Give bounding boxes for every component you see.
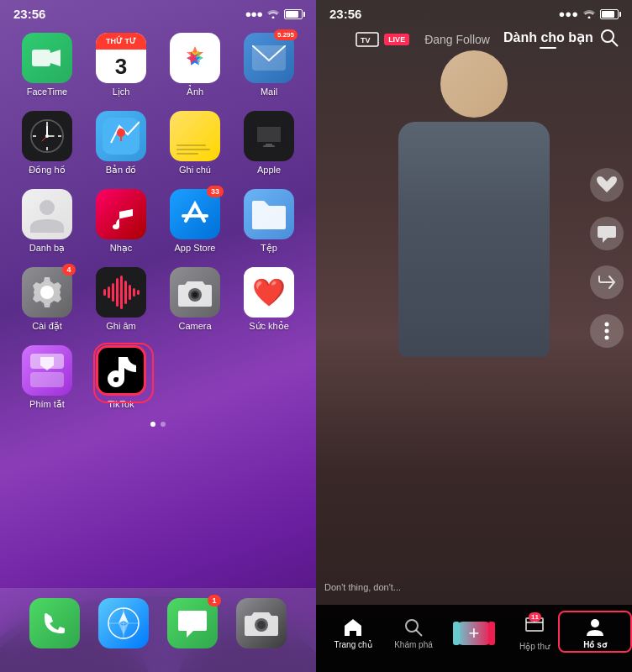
app-icon-calendar: THỨ TƯ 3 — [96, 33, 146, 83]
app-files[interactable]: Tệp — [235, 189, 303, 254]
search-button-top[interactable] — [600, 29, 619, 50]
app-icon-camera — [170, 267, 220, 318]
battery-icon — [284, 9, 303, 19]
svg-rect-26 — [30, 372, 64, 387]
app-label-shortcuts: Phím tắt — [29, 399, 65, 410]
share-button[interactable] — [590, 265, 624, 299]
app-shortcuts[interactable]: Phím tắt — [13, 345, 81, 410]
app-label-mail: Mail — [261, 87, 277, 97]
heart-icon — [590, 168, 624, 202]
tiktok-top-nav: TV LIVE Đang Follow Dành cho bạn — [316, 24, 632, 54]
dock-messages[interactable]: 1 — [167, 598, 218, 648]
app-appstore[interactable]: 33 App Store — [161, 189, 229, 254]
app-apple[interactable]: Apple — [235, 111, 303, 176]
share-icon — [590, 265, 624, 299]
messages-badge: 1 — [208, 595, 221, 606]
video-content — [316, 0, 632, 672]
app-label-apple: Apple — [257, 165, 281, 175]
health-heart-icon: ❤️ — [252, 276, 286, 308]
app-label-appstore: App Store — [175, 243, 216, 253]
nav-home[interactable]: Trang chủ — [323, 617, 383, 649]
mail-badge: 5.295 — [274, 29, 298, 40]
app-label-camera: Camera — [178, 321, 211, 331]
inbox-icon-wrapper: 11 — [524, 616, 545, 639]
dock-icon-camera — [236, 598, 287, 648]
app-icon-shortcuts — [22, 345, 72, 396]
app-icon-files — [244, 189, 294, 239]
app-label-music: Nhạc — [110, 243, 133, 254]
dot-1 — [150, 422, 155, 427]
comment-button[interactable] — [590, 217, 624, 250]
app-contacts[interactable]: Danh bạ — [13, 189, 81, 254]
page-indicator — [0, 422, 316, 427]
app-label-settings: Cài đặt — [32, 321, 62, 332]
nav-explore[interactable]: Khám phá — [383, 617, 444, 649]
home-icon — [343, 617, 363, 638]
settings-badge: 4 — [62, 264, 76, 276]
app-maps[interactable]: Bản đồ — [87, 111, 155, 176]
live-badge: LIVE — [384, 34, 409, 45]
dock-icon-phone — [29, 598, 80, 648]
wifi-icon-right — [582, 7, 596, 21]
status-bar-left: 23:56 ●●● — [0, 0, 316, 24]
live-tv-icon: TV — [355, 31, 380, 48]
svg-rect-17 — [257, 127, 281, 142]
nav-profile[interactable]: Hồ sơ — [565, 617, 625, 649]
for-you-tab[interactable]: Dành cho bạn — [503, 29, 593, 49]
profile-icon — [585, 617, 605, 638]
svg-point-34 — [257, 621, 266, 629]
like-button[interactable] — [590, 168, 624, 202]
right-phone: 23:56 ●●● TV LIVE Đang Follo — [316, 0, 632, 672]
battery-icon-right — [600, 9, 619, 19]
app-icon-tiktok — [96, 345, 146, 396]
app-music[interactable]: Nhạc — [87, 189, 155, 254]
app-calendar[interactable]: THỨ TƯ 3 Lịch — [87, 33, 155, 97]
app-icon-clock — [22, 111, 72, 161]
svg-text:TV: TV — [361, 36, 371, 45]
time-right: 23:56 — [329, 7, 361, 21]
app-icon-music — [96, 189, 146, 239]
dock-camera-item[interactable] — [236, 598, 287, 648]
app-label-voicememo: Ghi âm — [106, 321, 135, 331]
svg-point-24 — [192, 292, 198, 297]
dock-phone[interactable] — [29, 598, 80, 648]
dock-safari[interactable] — [98, 598, 149, 648]
cal-day: 3 — [96, 50, 146, 83]
app-photos[interactable]: Ảnh — [161, 33, 229, 97]
more-dots-icon — [590, 314, 624, 348]
app-clock[interactable]: Đồng hồ — [13, 111, 81, 176]
app-voicememo[interactable]: Ghi âm — [87, 267, 155, 332]
svg-point-13 — [45, 134, 49, 138]
app-tiktok[interactable]: TikTok — [87, 345, 155, 410]
svg-line-38 — [612, 40, 618, 46]
time-left: 23:56 — [13, 7, 45, 21]
nav-inbox[interactable]: 11 Hộp thư — [504, 616, 565, 651]
appstore-badge: 33 — [207, 186, 224, 197]
app-facetime[interactable]: FaceTime — [13, 33, 81, 97]
nav-create[interactable]: + — [444, 622, 504, 645]
create-plus-icon: + — [456, 622, 492, 645]
following-tab[interactable]: Đang Follow — [424, 32, 490, 47]
more-button[interactable] — [590, 314, 624, 348]
app-mail[interactable]: 5.295 Mail — [235, 33, 303, 97]
dot-2 — [161, 422, 166, 427]
wifi-icon — [266, 7, 280, 21]
app-notes[interactable]: Ghi chú — [161, 111, 229, 176]
app-icon-notes — [170, 111, 220, 161]
app-camera[interactable]: Camera — [161, 267, 229, 332]
app-icon-contacts — [22, 189, 72, 239]
app-health[interactable]: ❤️ Sức khỏe — [235, 267, 303, 332]
app-settings[interactable]: 4 Cài đặt — [13, 267, 81, 332]
app-label-photos: Ảnh — [187, 87, 203, 97]
svg-point-41 — [605, 336, 609, 340]
app-label-health: Sức khỏe — [249, 321, 289, 332]
svg-point-37 — [602, 30, 614, 42]
status-bar-right: 23:56 ●●● — [316, 0, 632, 24]
app-icon-appstore: 33 — [170, 189, 220, 239]
app-label-contacts: Danh bạ — [29, 243, 65, 254]
comment-icon — [590, 217, 624, 250]
dock-icon-safari — [98, 598, 149, 648]
video-caption: Don't thing, don't... — [324, 582, 582, 592]
svg-point-46 — [591, 619, 599, 627]
app-label-facetime: FaceTime — [27, 87, 68, 97]
